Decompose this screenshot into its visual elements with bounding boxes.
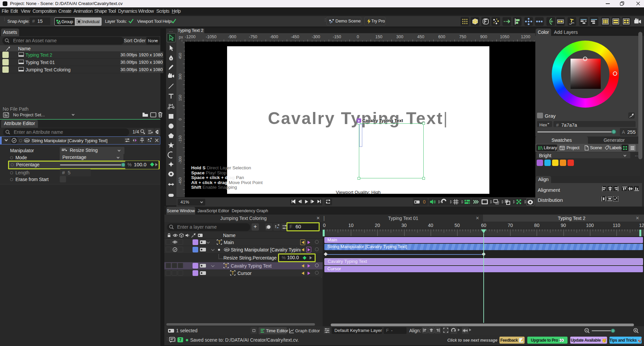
svg-text:abc: abc [25,139,30,142]
svg-text:abc: abc [225,248,229,251]
